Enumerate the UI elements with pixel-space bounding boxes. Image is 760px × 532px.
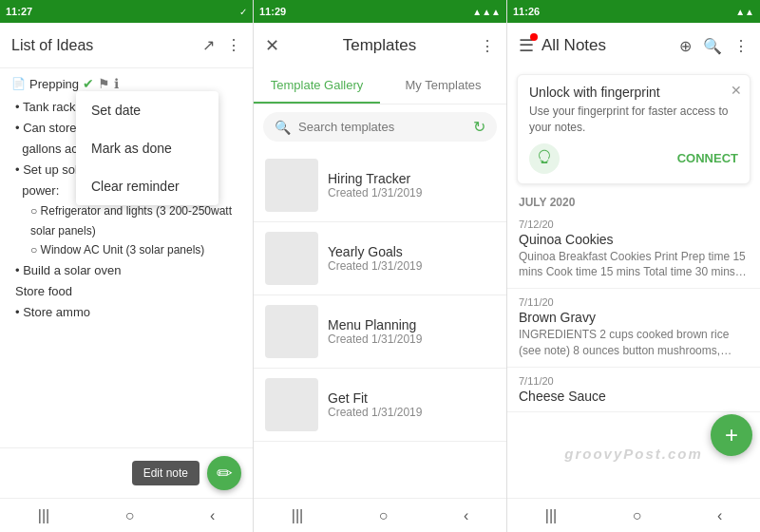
close-fingerprint-card-button[interactable]: ✕	[731, 83, 742, 98]
note-date-quinoa: 7/12/20	[519, 218, 749, 230]
nav-bar-panel3: ||| ○ ‹	[507, 498, 760, 532]
check-circle-icon: ✔	[83, 76, 94, 91]
more-options-icon-p2[interactable]: ⋮	[480, 37, 495, 55]
refresh-icon[interactable]: ↻	[473, 118, 485, 136]
close-icon[interactable]: ✕	[265, 35, 279, 56]
edit-note-button[interactable]: Edit note	[132, 461, 200, 485]
note-date-cheese: 7/11/20	[519, 375, 749, 387]
more-options-icon-p3[interactable]: ⋮	[733, 37, 749, 55]
nav-back-icon[interactable]: ‹	[210, 507, 215, 524]
template-info-getfit: Get Fit Created 1/31/2019	[328, 390, 495, 419]
nav-menu-icon-p2[interactable]: |||	[292, 507, 303, 524]
template-name-hiring: Hiring Tracker	[328, 171, 495, 186]
template-name-yearly: Yearly Goals	[328, 244, 495, 259]
template-item-getfit[interactable]: Get Fit Created 1/31/2019	[254, 369, 506, 442]
template-info-yearly: Yearly Goals Created 1/31/2019	[328, 244, 495, 273]
search-input[interactable]	[298, 120, 466, 134]
note-title-cheese: Cheese Sauce	[519, 389, 749, 404]
share-icon[interactable]: ↗	[202, 36, 215, 54]
checkmark-icon: ✓	[239, 7, 247, 17]
fingerprint-card-title: Unlock with fingerprint	[529, 85, 738, 100]
template-thumb-menu	[265, 305, 318, 358]
search-icon: 🔍	[275, 120, 291, 135]
panel1-header: List of Ideas ↗ ⋮	[0, 23, 253, 68]
panel3-header-icons: ⊕ 🔍 ⋮	[679, 37, 749, 55]
nav-home-icon-p3[interactable]: ○	[633, 507, 642, 524]
fingerprint-card-bottom: CONNECT	[529, 143, 738, 174]
panel-templates: 11:29 ▲▲▲ ✕ Templates ⋮ Template Gallery…	[254, 0, 507, 532]
nav-menu-icon-p3[interactable]: |||	[545, 507, 557, 524]
status-signal-icon: ▲▲▲	[472, 7, 501, 17]
panel3-title: All Notes	[542, 36, 672, 55]
panel1-bottom: Edit note ✏	[0, 447, 253, 498]
more-options-icon[interactable]: ⋮	[226, 36, 241, 54]
fingerprint-card-desc: Use your fingerprint for faster access t…	[529, 104, 738, 136]
prepping-label-text: Prepping	[29, 77, 79, 91]
template-name-menu: Menu Planning	[328, 317, 495, 332]
fingerprint-card: ✕ Unlock with fingerprint Use your finge…	[517, 74, 750, 184]
context-mark-done[interactable]: Mark as done	[76, 129, 218, 167]
tab-gallery[interactable]: Template Gallery	[254, 68, 380, 104]
note-item-gravy[interactable]: 7/11/20 Brown Gravy INGREDIENTS 2 cups c…	[507, 289, 760, 368]
status-icons-panel3: ▲▲	[735, 7, 754, 17]
panel-list-of-ideas: 11:27 ✓ List of Ideas ↗ ⋮ 📄 Prepping ✔ ⚑…	[0, 0, 254, 532]
flag-icon: ⚑	[98, 76, 110, 91]
panel1-title: List of Ideas	[11, 37, 93, 54]
tabs-row: Template Gallery My Templates	[254, 68, 506, 104]
nav-home-icon[interactable]: ○	[125, 507, 135, 524]
nav-back-icon-p2[interactable]: ‹	[464, 507, 468, 524]
template-date-menu: Created 1/31/2019	[328, 332, 495, 346]
fingerprint-icon	[529, 143, 560, 174]
note-date-gravy: 7/11/20	[519, 296, 749, 308]
template-name-getfit: Get Fit	[328, 390, 495, 406]
note-icon: 📄	[11, 77, 26, 90]
note-item-quinoa[interactable]: 7/12/20 Quinoa Cookies Quinoa Breakfast …	[507, 211, 760, 290]
add-note-icon[interactable]: ⊕	[679, 37, 692, 55]
note-title-gravy: Brown Gravy	[519, 310, 749, 325]
nav-back-icon-p3[interactable]: ‹	[717, 507, 722, 524]
time-panel2: 11:29	[259, 6, 286, 17]
template-date-getfit: Created 1/31/2019	[328, 406, 495, 419]
search-bar: 🔍 ↻	[263, 112, 497, 142]
list-item: • Build a solar oven	[11, 260, 241, 281]
section-date-july: JULY 2020	[507, 190, 760, 211]
context-set-date[interactable]: Set date	[76, 91, 218, 129]
watermark: groovyPost.com	[507, 446, 760, 462]
time-panel1: 11:27	[6, 6, 32, 17]
info-icon: ℹ	[114, 76, 119, 91]
template-item-menu[interactable]: Menu Planning Created 1/31/2019	[254, 295, 506, 369]
context-clear-reminder[interactable]: Clear reminder	[76, 167, 218, 205]
template-date-hiring: Created 1/31/2019	[328, 186, 495, 200]
panel3-header: ☰ All Notes ⊕ 🔍 ⋮	[507, 23, 760, 68]
nav-bar-panel1: ||| ○ ‹	[0, 498, 253, 532]
tab-my-templates[interactable]: My Templates	[380, 68, 506, 104]
template-date-yearly: Created 1/31/2019	[328, 259, 495, 273]
panel-all-notes: 11:26 ▲▲ ☰ All Notes ⊕ 🔍 ⋮ ✕ Unlock with…	[507, 0, 760, 532]
note-item-cheese[interactable]: 7/11/20 Cheese Sauce	[507, 368, 760, 412]
template-list: Hiring Tracker Created 1/31/2019 Yearly …	[254, 149, 506, 498]
sub-list-item: ○ Refrigerator and lights (3 200-250watt…	[11, 201, 241, 240]
status-bar-panel1: 11:27 ✓	[0, 0, 253, 23]
template-item-yearly[interactable]: Yearly Goals Created 1/31/2019	[254, 222, 506, 295]
time-panel3: 11:26	[513, 6, 540, 17]
sub-list-item: ○ Window AC Unit (3 solar panels)	[11, 240, 241, 259]
template-item-hiring[interactable]: Hiring Tracker Created 1/31/2019	[254, 149, 506, 222]
status-bar-panel2: 11:29 ▲▲▲	[254, 0, 506, 23]
panel2-title: Templates	[287, 36, 472, 55]
nav-bar-panel2: ||| ○ ‹	[254, 498, 506, 532]
signal-icon: ▲▲	[735, 7, 754, 17]
template-thumb-getfit	[265, 378, 318, 431]
panel1-content: 📄 Prepping ✔ ⚑ ℹ • Tank racks for • Can …	[0, 68, 253, 447]
template-thumb-hiring	[265, 159, 318, 212]
panel1-header-icons: ↗ ⋮	[202, 36, 241, 54]
connect-fingerprint-button[interactable]: CONNECT	[677, 151, 738, 165]
list-item: • Store ammo	[11, 302, 241, 323]
status-icons-panel2: ▲▲▲	[472, 7, 501, 17]
search-notes-icon[interactable]: 🔍	[703, 37, 722, 55]
nav-menu-icon[interactable]: |||	[38, 507, 49, 524]
edit-fab-button[interactable]: ✏	[207, 456, 241, 490]
nav-home-icon-p2[interactable]: ○	[379, 507, 389, 524]
prepping-section: 📄 Prepping ✔ ⚑ ℹ	[11, 76, 241, 91]
prepping-icons: ✔ ⚑ ℹ	[83, 76, 119, 91]
hamburger-icon[interactable]: ☰	[519, 35, 534, 56]
